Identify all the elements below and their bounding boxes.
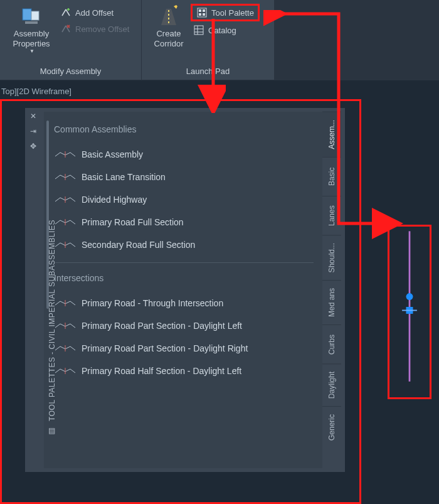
palette-item-label: Primary Road Full Section — [82, 217, 184, 227]
remove-offset-label: Remove Offset — [75, 24, 129, 34]
palette-item[interactable]: Basic Lane Transition — [53, 166, 316, 188]
palette-tabs: Assem...BasicLanesShould...Med ansCurbsD… — [322, 112, 341, 468]
palette-item[interactable]: Basic Assembly — [53, 143, 316, 166]
palette-item[interactable]: Primary Road Full Section — [53, 211, 316, 233]
svg-line-8 — [62, 26, 66, 32]
ribbon-group-launch: Create Corridor Tool Palette Catalog Lau… — [142, 0, 275, 80]
assembly-marker-preview — [388, 225, 431, 399]
svg-marker-14 — [174, 5, 177, 9]
palette-control-bar: ✕ ⇥ ✥ — [25, 108, 41, 472]
palette-item[interactable]: Secondary Road Full Section — [53, 233, 316, 256]
create-corridor-label: Create Corridor — [154, 29, 184, 48]
assembly-thumb-icon — [55, 151, 75, 158]
palette-group-header: Common Assemblies — [54, 124, 316, 134]
palette-tab[interactable]: Daylight — [322, 363, 341, 406]
catalog-label: Catalog — [208, 26, 236, 35]
catalog-button[interactable]: Catalog — [191, 23, 260, 38]
workspace: Top][2D Wireframe] ✕ ⇥ ✥ ▤ TOOL PALETTES… — [0, 80, 439, 504]
palette-item[interactable]: Primary Road - Through Intersection — [53, 292, 316, 314]
assembly-thumb-icon — [55, 367, 75, 375]
palette-item-label: Basic Lane Transition — [82, 172, 166, 182]
palette-item-label: Primary Road - Through Intersection — [82, 298, 223, 308]
palette-tab[interactable]: Assem... — [322, 112, 341, 157]
ribbon-group-modify-label: Modify Assembly — [5, 64, 136, 80]
assembly-thumb-icon — [55, 345, 75, 352]
ribbon: Assembly Properties ▼ Add Offset Remove … — [0, 0, 439, 80]
svg-rect-2 — [25, 21, 38, 24]
palette-list[interactable]: Common AssembliesBasic AssemblyBasic Lan… — [44, 112, 322, 468]
catalog-icon — [193, 24, 204, 36]
tool-palette-icon — [196, 7, 208, 18]
palette-item[interactable]: Primary Road Part Section - Daylight Rig… — [53, 337, 316, 360]
ribbon-group-launch-label: Launch Pad — [147, 64, 269, 80]
svg-rect-18 — [199, 13, 201, 16]
palette-item-label: Secondary Road Full Section — [82, 240, 195, 250]
add-offset-button[interactable]: Add Offset — [58, 5, 132, 20]
create-corridor-button[interactable]: Create Corridor — [147, 3, 191, 51]
svg-line-3 — [62, 9, 66, 16]
palette-item-label: Divided Highway — [82, 195, 147, 205]
palette-item[interactable]: Primary Road Half Section - Daylight Lef… — [53, 360, 316, 382]
ribbon-group-modify: Assembly Properties ▼ Add Offset Remove … — [0, 0, 142, 80]
assembly-thumb-icon — [55, 218, 75, 226]
tool-palette-button[interactable]: Tool Palette — [191, 4, 260, 21]
close-icon[interactable]: ✕ — [28, 112, 39, 122]
remove-offset-button: Remove Offset — [58, 21, 132, 36]
palette-group-header: Intersections — [54, 273, 316, 283]
svg-point-34 — [406, 293, 413, 300]
palette-body: Common AssembliesBasic AssemblyBasic Lan… — [44, 112, 341, 468]
svg-rect-16 — [199, 9, 201, 12]
remove-offset-icon — [60, 23, 71, 35]
palette-item-label: Primary Road Part Section - Daylight Lef… — [82, 321, 242, 331]
chevron-down-icon: ▼ — [29, 48, 34, 54]
assembly-properties-icon — [20, 5, 43, 28]
svg-rect-17 — [203, 9, 205, 12]
viewport-label: Top][2D Wireframe] — [1, 87, 71, 96]
palette-tab[interactable]: Generic — [322, 406, 341, 448]
assembly-thumb-icon — [55, 299, 75, 307]
palette-tab[interactable]: Curbs — [322, 324, 341, 363]
create-corridor-icon — [157, 5, 180, 28]
add-offset-icon — [60, 7, 71, 18]
palette-item-label: Basic Assembly — [82, 149, 143, 159]
autohide-icon[interactable]: ⇥ — [28, 127, 39, 137]
assembly-thumb-icon — [55, 173, 75, 181]
add-offset-label: Add Offset — [75, 8, 114, 18]
palette-tab[interactable]: Should... — [322, 235, 341, 280]
assembly-thumb-icon — [55, 322, 75, 330]
svg-rect-1 — [31, 11, 39, 20]
svg-rect-0 — [23, 9, 31, 20]
settings-icon[interactable]: ✥ — [28, 142, 39, 152]
assembly-thumb-icon — [55, 241, 75, 249]
palette-item[interactable]: Primary Road Part Section - Daylight Lef… — [53, 314, 316, 337]
assembly-properties-button[interactable]: Assembly Properties ▼ — [5, 3, 58, 56]
palette-item-label: Primary Road Half Section - Daylight Lef… — [82, 366, 241, 376]
assembly-properties-label: Assembly Properties — [13, 29, 50, 48]
palette-item-label: Primary Road Part Section - Daylight Rig… — [82, 343, 248, 353]
svg-rect-19 — [203, 13, 205, 16]
palette-item[interactable]: Divided Highway — [53, 188, 316, 211]
svg-rect-20 — [194, 26, 203, 35]
assembly-thumb-icon — [55, 196, 75, 203]
palette-tab[interactable]: Basic — [322, 157, 341, 196]
tool-palette-label: Tool Palette — [211, 8, 254, 18]
palette-tab[interactable]: Med ans — [322, 280, 341, 324]
palette-tab[interactable]: Lanes — [322, 196, 341, 235]
tool-palette-panel: ✕ ⇥ ✥ ▤ TOOL PALETTES - CIVIL IMPERIAL S… — [25, 108, 345, 472]
